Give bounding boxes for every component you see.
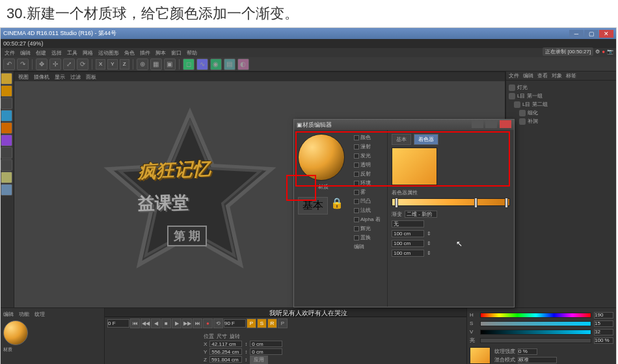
coord-x[interactable] (209, 341, 242, 347)
gradient-stop[interactable] (474, 198, 477, 208)
play-back-button[interactable]: ◀ (151, 318, 161, 328)
quantize-toggle[interactable] (1, 184, 12, 196)
dialog-minimize[interactable] (472, 120, 483, 128)
vp-tab-display[interactable]: 显示 (55, 73, 65, 81)
vp-tab-panel[interactable]: 面板 (86, 73, 96, 81)
material-preview-sphere[interactable] (298, 134, 345, 181)
poly-mode[interactable] (1, 135, 12, 146)
gradient-preview[interactable] (392, 148, 437, 185)
play-button[interactable]: ▶ (172, 318, 181, 328)
axis-y-toggle[interactable]: Y (107, 59, 117, 70)
dialog-maximize[interactable] (485, 120, 497, 128)
render-button[interactable]: ▣ (164, 58, 176, 70)
vp-tab-camera[interactable]: 摄像机 (34, 73, 49, 81)
next-key-button[interactable]: ▶▶ (182, 318, 192, 328)
close-button[interactable]: ✕ (599, 30, 613, 38)
tab-shader[interactable]: 着色器 (414, 134, 438, 145)
rec-gear-icon[interactable]: ⚙ (595, 49, 600, 55)
axis-x-toggle[interactable]: X (96, 59, 105, 70)
apply-button[interactable]: 应用 (250, 356, 268, 364)
material-thumbnail[interactable] (3, 320, 28, 345)
frame-end[interactable] (224, 319, 246, 328)
array-tool[interactable]: ▤ (224, 58, 235, 70)
coord-system-button[interactable]: ⊕ (137, 58, 148, 70)
key-rot-toggle[interactable]: R (267, 318, 277, 328)
menu-tools[interactable]: 工具 (67, 49, 77, 57)
goto-end-button[interactable]: ⏭ (193, 318, 202, 328)
menu-help[interactable]: 帮助 (187, 49, 197, 57)
menu-script[interactable]: 脚本 (155, 49, 166, 57)
menu-character[interactable]: 角色 (124, 49, 135, 57)
prev-key-button[interactable]: ◀◀ (141, 318, 150, 328)
key-scale-toggle[interactable]: S (257, 318, 267, 328)
menu-edit[interactable]: 编辑 (20, 49, 31, 57)
vp-tab-filter[interactable]: 过滤 (70, 73, 81, 81)
redo-button[interactable]: ↷ (17, 58, 29, 70)
key-param-toggle[interactable]: P (278, 318, 288, 328)
menu-plugins[interactable]: 插件 (140, 49, 150, 57)
om-tree[interactable]: 灯光 L目 第一组 L目 第二组 细化 补洞 (506, 81, 616, 338)
stepper-icon[interactable]: ⇕ (427, 250, 431, 256)
om-tab-tag[interactable]: 标签 (566, 72, 576, 79)
dialog-close[interactable] (500, 120, 511, 128)
gradient-bar[interactable] (392, 198, 510, 206)
object-mode[interactable] (1, 85, 12, 97)
axis-mode[interactable] (1, 98, 12, 109)
lock-icon[interactable]: 🔒 (330, 197, 343, 214)
menu-file[interactable]: 文件 (5, 49, 15, 57)
rec-camera-icon[interactable]: 📷 (607, 49, 613, 55)
rec-indicator-icon[interactable]: ● (602, 49, 605, 55)
dialog-titlebar[interactable]: ▣ 材质编辑器 (294, 120, 514, 130)
snap-toggle[interactable] (1, 172, 12, 183)
scale-tool[interactable]: ⤢ (63, 58, 75, 70)
basic-tab-left[interactable]: 基本 (298, 197, 328, 214)
coord-y[interactable] (209, 348, 242, 355)
nurbs-tool[interactable]: ◉ (210, 58, 222, 70)
minimize-button[interactable]: ─ (569, 30, 584, 38)
autokey-button[interactable]: ⟲ (213, 318, 223, 328)
menu-create[interactable]: 创建 (36, 49, 46, 57)
mat-tab-edit[interactable]: 编辑 (3, 311, 14, 318)
om-tab-view[interactable]: 查看 (537, 72, 548, 79)
axis-z-toggle[interactable]: Z (120, 59, 129, 70)
gradient-type-input[interactable] (405, 211, 437, 218)
om-tab-edit[interactable]: 编辑 (523, 72, 533, 79)
texture-mode[interactable] (1, 147, 12, 159)
mat-tab-func[interactable]: 功能 (19, 311, 29, 318)
menu-mesh[interactable]: 网格 (83, 49, 93, 57)
edge-mode[interactable] (1, 122, 12, 134)
vp-tab-view[interactable]: 视图 (18, 73, 29, 81)
point-mode[interactable] (1, 110, 12, 122)
om-tab-file[interactable]: 文件 (509, 72, 519, 79)
om-tab-obj[interactable]: 对象 (552, 72, 562, 79)
material-thumb-label[interactable]: 材质 (3, 346, 101, 353)
coord-z[interactable] (209, 356, 242, 363)
stepper-icon[interactable]: ⇕ (427, 240, 431, 246)
tab-basic[interactable]: 基本 (392, 134, 411, 145)
goto-start-button[interactable]: ⏮ (130, 318, 140, 328)
checkbox[interactable] (354, 135, 359, 140)
record-key-button[interactable]: ● (203, 318, 213, 328)
gradient-stop[interactable] (505, 198, 508, 208)
menu-select[interactable]: 选择 (51, 49, 62, 57)
workplane-mode[interactable] (1, 159, 12, 171)
spline-tool[interactable]: ∿ (196, 58, 208, 70)
move-tool[interactable]: ✢ (49, 58, 61, 70)
undo-button[interactable]: ↶ (3, 58, 15, 70)
cube-primitive[interactable]: ◻ (183, 58, 195, 70)
menu-mograph[interactable]: 运动图形 (98, 49, 119, 57)
texture-swatch[interactable] (470, 347, 490, 364)
menu-window[interactable]: 窗口 (171, 49, 181, 57)
select-tool[interactable]: ✥ (36, 58, 47, 70)
frame-start[interactable] (107, 319, 129, 328)
deformer-tool[interactable]: ◐ (237, 58, 249, 70)
rotate-tool[interactable]: ⟳ (77, 58, 88, 70)
key-pos-toggle[interactable]: P (247, 318, 256, 328)
interp-input[interactable] (392, 220, 424, 228)
material-name[interactable]: 材质 (298, 183, 349, 190)
stop-button[interactable]: ■ (161, 318, 171, 328)
render-view-button[interactable]: ▦ (150, 58, 162, 70)
gradient-stop[interactable] (395, 198, 398, 208)
mat-tab-tex[interactable]: 纹理 (34, 311, 45, 318)
maximize-button[interactable]: ▢ (584, 30, 598, 38)
